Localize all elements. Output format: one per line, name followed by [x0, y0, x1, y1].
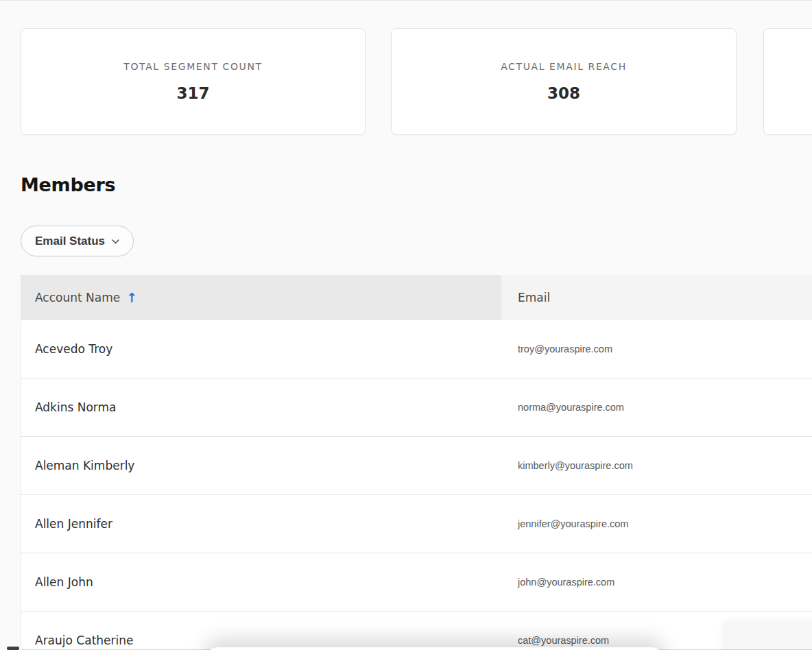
email-cell: norma@youraspire.com: [501, 402, 812, 413]
members-table: Account Name ↑ Email Acevedo Troy troy@y…: [21, 275, 812, 650]
chevron-down-icon: [112, 239, 119, 244]
stat-card-value: 308: [547, 84, 580, 102]
stat-card-actual-email-reach: ACTUAL EMAIL REACH 308: [391, 28, 737, 135]
email-cell: troy@youraspire.com: [501, 344, 812, 354]
column-header-label: Account Name: [35, 291, 120, 304]
stat-card-total-segment-count: TOTAL SEGMENT COUNT 317: [21, 28, 366, 135]
stat-card-clipped: [763, 28, 812, 135]
column-header-label: Email: [518, 291, 550, 304]
table-row[interactable]: Acevedo Troy troy@youraspire.com: [21, 320, 812, 378]
email-status-filter-button[interactable]: Email Status: [21, 226, 134, 256]
table-row[interactable]: Adkins Norma norma@youraspire.com: [21, 378, 812, 437]
email-cell: john@youraspire.com: [501, 577, 812, 588]
account-name-cell: Adkins Norma: [21, 400, 501, 414]
stat-card-label: ACTUAL EMAIL REACH: [501, 61, 627, 72]
table-row[interactable]: Aleman Kimberly kimberly@youraspire.com: [21, 437, 812, 495]
page-title: Members: [21, 174, 115, 195]
account-name-cell: Allen John: [21, 575, 501, 589]
table-header-row: Account Name ↑ Email: [21, 275, 812, 320]
column-header-account-name[interactable]: Account Name ↑: [21, 275, 501, 320]
top-divider: [0, 0, 812, 1]
stat-card-label: TOTAL SEGMENT COUNT: [123, 61, 262, 72]
column-header-email[interactable]: Email: [501, 275, 812, 320]
arrow-up-icon: ↑: [126, 291, 137, 304]
email-status-filter-label: Email Status: [35, 234, 105, 248]
email-cell: kimberly@youraspire.com: [501, 460, 812, 471]
bottom-left-element-edge: [7, 647, 19, 650]
account-name-cell: Araujo Catherine: [21, 634, 501, 647]
email-cell: cat@youraspire.com: [501, 635, 812, 646]
stat-card-value: 317: [176, 84, 209, 102]
account-name-cell: Acevedo Troy: [21, 342, 501, 356]
account-name-cell: Allen Jennifer: [21, 517, 501, 531]
account-name-cell: Aleman Kimberly: [21, 459, 501, 472]
table-row[interactable]: Araujo Catherine cat@youraspire.com: [21, 612, 812, 650]
email-cell: jennifer@youraspire.com: [501, 518, 812, 529]
table-row[interactable]: Allen Jennifer jennifer@youraspire.com: [21, 495, 812, 553]
table-row[interactable]: Allen John john@youraspire.com: [21, 553, 812, 612]
